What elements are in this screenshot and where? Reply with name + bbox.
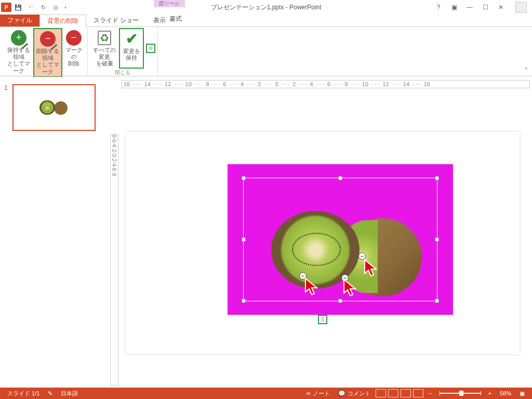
group-label-close: 閉じる (90, 69, 155, 76)
slide-canvas[interactable]: − − − 5 (126, 132, 520, 354)
title-bar: P 💾 ↶ ↻ ▦ ▾ 図ツール プレゼンテーション1.pptx - Power… (0, 0, 532, 15)
start-from-beginning-icon[interactable]: ▦ (50, 2, 61, 13)
horizontal-ruler: 16· · ·14· · ·12· · ·10· · ·8· · ·6· · ·… (122, 80, 530, 88)
user-avatar[interactable] (515, 2, 527, 13)
zoom-slider[interactable] (440, 393, 481, 394)
tab-slideshow[interactable]: スライド ショー (86, 15, 146, 26)
status-bar: スライド 1/1 ✎ 日本語 ≐ ノート 💬 コメント − + 58% ▣ (0, 388, 532, 399)
zoom-out-icon[interactable]: − (424, 390, 436, 396)
zoom-in-icon[interactable]: + (484, 390, 496, 396)
undo-icon[interactable]: ↶ (25, 2, 36, 13)
ribbon-tabs: ファイル 背景の削除 スライド ショー 表示 書式 (0, 15, 532, 27)
marquee-selection[interactable] (243, 178, 437, 301)
kiwi-thumbnail-image (39, 99, 69, 116)
fit-to-window-icon[interactable]: ▣ (515, 390, 529, 397)
slide-counter[interactable]: スライド 1/1 (3, 390, 44, 397)
tab-format[interactable]: 書式 (162, 15, 189, 23)
ribbon: + 保持する領域 としてマーク − 削除する領域 としてマーク − マークの 削… (0, 27, 532, 76)
delete-mark-button[interactable]: − マークの 削除 (62, 28, 85, 77)
keep-changes-button[interactable]: ✔ 変更を 保持 (119, 28, 144, 69)
zoom-percent[interactable]: 58% (496, 390, 515, 396)
minimize-icon[interactable]: — (466, 4, 474, 11)
help-icon[interactable]: ? (434, 4, 443, 11)
workspace: 1 16· · ·14· · ·12· · ·10· · ·8· · ·6· ·… (0, 77, 532, 388)
ribbon-group-close: ♻ すべての変更 を破棄 ✔ 変更を 保持 6 閉じる (88, 27, 158, 76)
qat-dropdown-icon[interactable]: ▾ (62, 5, 69, 10)
slide-thumbnail-1[interactable]: 1 (5, 84, 98, 131)
resize-handle[interactable] (338, 299, 342, 303)
notes-toggle[interactable]: ≐ ノート (302, 390, 334, 397)
language-indicator[interactable]: 日本語 (57, 390, 82, 397)
slide-edit-area: 16· · ·14· · ·12· · ·10· · ·8· · ·6· · ·… (103, 77, 532, 388)
callout-badge-5: 5 (318, 315, 327, 324)
callout-badge-6: 6 (146, 44, 155, 53)
normal-view-icon[interactable] (376, 389, 386, 397)
window-controls: ? ▣ — ☐ ✕ (434, 2, 532, 13)
reading-view-icon[interactable] (401, 389, 411, 397)
vertical-ruler: 8·6·4·2·0·2·4·6·8 (110, 134, 118, 385)
save-icon[interactable]: 💾 (12, 2, 24, 13)
ribbon-display-icon[interactable]: ▣ (450, 4, 458, 11)
mark-areas-to-keep-button[interactable]: + 保持する領域 としてマーク (4, 28, 33, 77)
collapse-ribbon-icon[interactable]: ㅅ (524, 65, 529, 72)
close-icon[interactable]: ✕ (497, 4, 505, 11)
mark-areas-to-remove-button[interactable]: − 削除する領域 としてマーク (33, 28, 62, 77)
discard-all-changes-button[interactable]: ♻ すべての変更 を破棄 (90, 28, 119, 69)
resize-handle[interactable] (242, 176, 246, 180)
slideshow-view-icon[interactable] (413, 389, 423, 397)
app-icon: P (1, 3, 11, 12)
resize-handle[interactable] (435, 176, 439, 180)
resize-handle[interactable] (435, 237, 439, 242)
maximize-icon[interactable]: ☐ (481, 4, 489, 11)
resize-handle[interactable] (242, 237, 246, 242)
thumbnail-preview (12, 84, 96, 131)
zoom-slider-thumb[interactable] (459, 391, 463, 396)
spellcheck-icon[interactable]: ✎ (44, 390, 57, 397)
resize-handle[interactable] (242, 299, 246, 303)
comments-toggle[interactable]: 💬 コメント (334, 390, 375, 397)
slide-thumbnail-panel[interactable]: 1 (0, 77, 103, 388)
contextual-tab-label: 図ツール (154, 0, 185, 15)
resize-handle[interactable] (435, 299, 439, 303)
redo-icon[interactable]: ↻ (37, 2, 49, 13)
tab-file[interactable]: ファイル (0, 15, 39, 26)
window-title: プレゼンテーション1.pptx - PowerPoint (211, 3, 322, 12)
ribbon-group-refine: + 保持する領域 としてマーク − 削除する領域 としてマーク − マークの 削… (2, 27, 88, 76)
resize-handle[interactable] (338, 176, 342, 180)
quick-access-toolbar: P 💾 ↶ ↻ ▦ ▾ (0, 2, 69, 13)
tab-background-removal[interactable]: 背景の削除 (39, 15, 86, 27)
sorter-view-icon[interactable] (388, 389, 398, 397)
